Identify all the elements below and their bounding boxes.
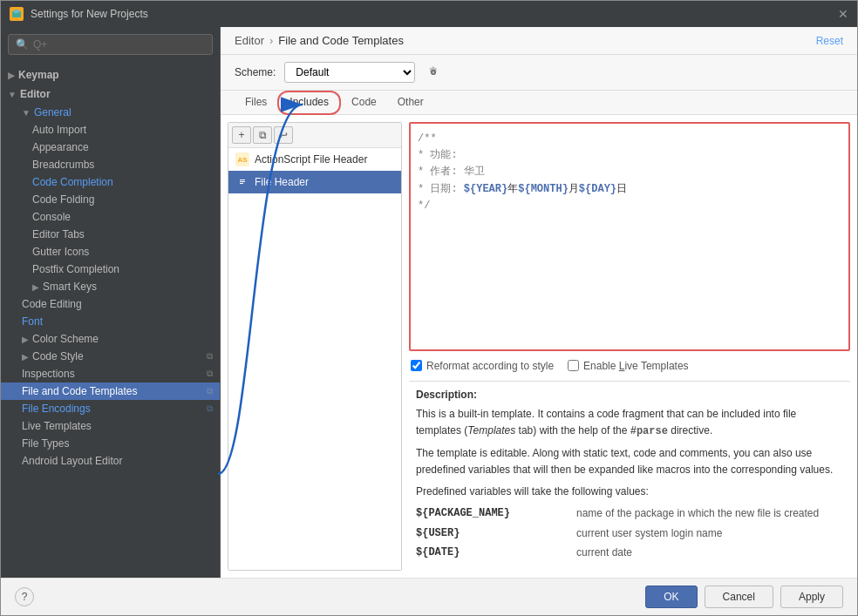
keymap-arrow-icon	[8, 71, 15, 80]
sidebar-item-file-and-code-templates[interactable]: File and Code Templates ⧉	[1, 382, 220, 400]
code-style-label: Code Style	[32, 350, 84, 362]
postfix-completion-label: Postfix Completion	[32, 263, 119, 275]
breadcrumb-current: File and Code Templates	[278, 34, 404, 47]
sidebar-item-code-completion[interactable]: Code Completion	[1, 173, 220, 191]
inspections-copy-icon: ⧉	[207, 369, 213, 379]
sidebar-item-code-style[interactable]: Code Style ⧉	[1, 348, 220, 365]
content-area: Editor › File and Code Templates Reset S…	[221, 27, 857, 578]
reformat-option[interactable]: Reformat according to style	[411, 360, 554, 372]
sidebar: 🔍 Keymap Editor General	[1, 27, 221, 578]
code-line-3: * 作者: 华卫	[418, 164, 841, 180]
tabs-row: Files Includes Code Other	[221, 91, 857, 115]
sidebar-item-editor[interactable]: Editor	[1, 85, 220, 104]
sidebar-item-smart-keys[interactable]: Smart Keys	[1, 278, 220, 295]
reformat-label: Reformat according to style	[426, 360, 554, 372]
file-header-icon	[235, 175, 249, 189]
scheme-row: Scheme: Default	[221, 55, 857, 91]
close-button[interactable]: ✕	[838, 7, 848, 21]
sidebar-item-breadcrumbs[interactable]: Breadcrumbs	[1, 156, 220, 173]
undo-template-button[interactable]: ↩	[274, 126, 293, 144]
sidebar-item-console[interactable]: Console	[1, 208, 220, 226]
window-title: Settings for New Projects	[31, 8, 831, 20]
content-header: Editor › File and Code Templates Reset	[221, 27, 857, 55]
live-templates-option[interactable]: Enable Live Templates	[568, 360, 689, 372]
sidebar-item-editor-tabs[interactable]: Editor Tabs	[1, 226, 220, 243]
desc-var-user: ${USER} current user system login name	[416, 525, 843, 542]
sidebar-item-file-encodings[interactable]: File Encodings ⧉	[1, 400, 220, 417]
actionscript-icon: AS	[235, 152, 249, 166]
desc-var-date: ${DATE} current date	[416, 545, 843, 561]
smart-keys-label: Smart Keys	[43, 281, 97, 293]
appearance-label: Appearance	[32, 141, 89, 153]
search-input[interactable]	[33, 38, 205, 51]
var-name-user: ${USER}	[416, 525, 573, 542]
code-line-4: * 日期: ${YEAR}年${MONTH}月${DAY}日	[418, 181, 841, 198]
template-item-actionscript[interactable]: AS ActionScript File Header	[228, 148, 401, 171]
scheme-gear-button[interactable]	[424, 63, 443, 82]
template-item-file-header[interactable]: File Header	[228, 171, 401, 193]
copy-template-button[interactable]: ⧉	[253, 126, 272, 144]
apply-button[interactable]: Apply	[780, 586, 843, 608]
reformat-checkbox[interactable]	[411, 360, 422, 371]
sidebar-item-color-scheme[interactable]: Color Scheme	[1, 330, 220, 348]
code-completion-label: Code Completion	[32, 176, 113, 188]
code-panel: /** * 功能: * 作者: 华卫 * 日期: ${YEAR}年${MONTH…	[409, 122, 850, 571]
var-name-package: ${PACKAGE_NAME}	[416, 505, 573, 522]
breadcrumb-parent: Editor	[235, 34, 264, 47]
sidebar-item-general[interactable]: General	[1, 104, 220, 121]
breadcrumb-separator: ›	[269, 34, 273, 47]
android-layout-editor-label: Android Layout Editor	[22, 455, 122, 467]
sidebar-item-auto-import[interactable]: Auto Import	[1, 121, 220, 139]
sidebar-item-gutter-icons[interactable]: Gutter Icons	[1, 243, 220, 261]
live-templates-checkbox[interactable]	[568, 360, 579, 371]
sidebar-item-live-templates[interactable]: Live Templates	[1, 417, 220, 435]
var-desc-package: name of the package in which the new fil…	[576, 505, 843, 522]
sidebar-item-file-types[interactable]: File Types	[1, 435, 220, 452]
svg-rect-5	[240, 183, 243, 184]
keymap-label: Keymap	[18, 69, 59, 81]
settings-window: Settings for New Projects ✕ 🔍 Keymap Edi…	[0, 0, 858, 616]
sidebar-item-postfix-completion[interactable]: Postfix Completion	[1, 261, 220, 278]
file-encodings-copy-icon: ⧉	[207, 403, 213, 414]
sidebar-item-code-folding[interactable]: Code Folding	[1, 191, 220, 208]
actionscript-header-label: ActionScript File Header	[255, 153, 367, 166]
svg-rect-4	[240, 181, 245, 182]
sidebar-item-code-editing[interactable]: Code Editing	[1, 295, 220, 313]
auto-import-label: Auto Import	[32, 124, 86, 136]
tab-code[interactable]: Code	[341, 91, 387, 115]
sidebar-item-appearance[interactable]: Appearance	[1, 139, 220, 156]
sidebar-item-keymap[interactable]: Keymap	[1, 65, 220, 85]
sidebar-item-inspections[interactable]: Inspections ⧉	[1, 365, 220, 382]
search-box[interactable]: 🔍	[8, 34, 213, 55]
code-editor[interactable]: /** * 功能: * 作者: 华卫 * 日期: ${YEAR}年${MONTH…	[409, 122, 850, 351]
ok-button[interactable]: OK	[645, 586, 697, 608]
editor-arrow-icon	[8, 90, 17, 99]
svg-rect-3	[240, 179, 245, 180]
code-style-arrow-icon	[22, 352, 29, 362]
tab-other[interactable]: Other	[387, 91, 434, 115]
code-line-2: * 功能:	[418, 147, 841, 164]
cancel-button[interactable]: Cancel	[705, 586, 773, 608]
help-button[interactable]: ?	[15, 587, 34, 606]
editor-tabs-label: Editor Tabs	[32, 228, 85, 240]
reset-button[interactable]: Reset	[816, 35, 843, 47]
live-templates-label: Live Templates	[22, 420, 92, 432]
sidebar-item-android-layout-editor[interactable]: Android Layout Editor	[1, 452, 220, 470]
scheme-select[interactable]: Default	[284, 62, 415, 83]
desc-paragraph-2: The template is editable. Along with sta…	[416, 445, 843, 478]
code-line-1: /**	[418, 131, 841, 147]
editor-label: Editor	[20, 88, 51, 100]
smart-keys-arrow-icon	[32, 282, 39, 292]
scheme-label: Scheme:	[235, 66, 276, 78]
desc-var-package-name: ${PACKAGE_NAME} name of the package in w…	[416, 505, 843, 522]
description-title: Description:	[416, 389, 843, 401]
tab-files[interactable]: Files	[235, 91, 277, 115]
font-label: Font	[22, 315, 43, 328]
var-name-date: ${DATE}	[416, 545, 573, 561]
sidebar-item-font[interactable]: Font	[1, 313, 220, 330]
app-icon	[10, 7, 24, 21]
add-template-button[interactable]: +	[232, 126, 251, 144]
dialog-body: 🔍 Keymap Editor General	[1, 27, 857, 578]
action-buttons: OK Cancel Apply	[645, 586, 843, 608]
tab-includes[interactable]: Includes	[277, 91, 341, 115]
